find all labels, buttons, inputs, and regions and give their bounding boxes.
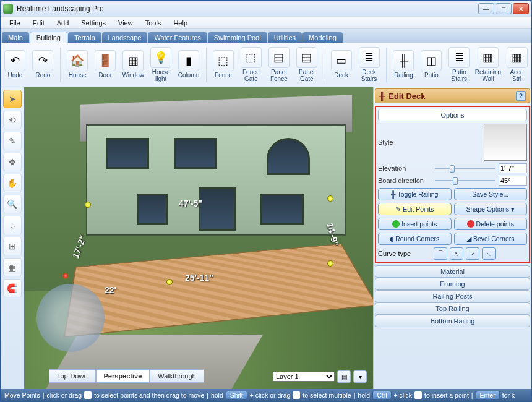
layer-select[interactable]: Layer 1 [273, 372, 335, 382]
curve-type-2[interactable]: ∿ [450, 247, 463, 260]
board-input[interactable] [499, 176, 527, 186]
tab-utilities[interactable]: Utilities [268, 32, 302, 43]
section-material[interactable]: Material [375, 265, 530, 278]
ribbon-fence-gate[interactable]: ⬚Fence Gate [239, 47, 263, 82]
tab-terrain[interactable]: Terrain [68, 32, 101, 43]
ribbon-fence[interactable]: ⬚Fence [211, 50, 235, 79]
bevel-icon: ◢ [466, 235, 471, 242]
view-tab-walkthrough[interactable]: Walkthrough [150, 369, 204, 383]
dimension-left: 17'-2" [71, 234, 88, 259]
tool-grid[interactable]: ▦ [3, 258, 22, 276]
edit-handle[interactable] [85, 202, 91, 208]
undo-icon: ↶ [4, 50, 25, 71]
minimize-button[interactable]: — [478, 3, 494, 14]
edit-handle[interactable] [327, 260, 333, 267]
tab-building[interactable]: Building [30, 32, 67, 43]
menu-add[interactable]: Add [51, 18, 75, 28]
shift-key: Shift [226, 391, 247, 400]
chevron-down-icon: ▾ [511, 205, 515, 213]
ribbon-deck[interactable]: ▭Deck [329, 50, 353, 79]
elevation-slider[interactable] [435, 164, 495, 173]
ribbon-patio[interactable]: ◫Patio [419, 50, 444, 79]
board-slider[interactable] [435, 176, 495, 185]
tab-water-features[interactable]: Water Features [148, 32, 207, 43]
edit-points-button[interactable]: ✎Edit Points [378, 203, 452, 215]
round-corners-button[interactable]: ◖Round Corners [378, 233, 452, 245]
curve-type-3[interactable]: ⟋ [466, 247, 479, 260]
ribbon: ↶Undo↷Redo🏠House🚪Door▦Window💡House light… [1, 43, 531, 87]
view-tab-top-down[interactable]: Top-Down [49, 369, 96, 383]
tool-edit[interactable]: ✎ [3, 132, 22, 150]
toggle-railing-button[interactable]: ╫Toggle Railing [378, 188, 452, 200]
edit-handle[interactable] [327, 195, 333, 202]
tab-modeling[interactable]: Modeling [302, 32, 343, 43]
ribbon-redo[interactable]: ↷Redo [31, 50, 55, 79]
view-tab-perspective[interactable]: Perspective [96, 369, 150, 383]
tool-pan[interactable]: ✋ [3, 174, 22, 192]
menu-view[interactable]: View [112, 18, 139, 28]
plus-icon [392, 220, 400, 228]
curve-type-1[interactable]: ⌒ [434, 247, 447, 260]
ribbon-acce-stri[interactable]: ▦Acce Stri [505, 47, 529, 82]
tool-move[interactable]: ✥ [3, 153, 22, 171]
dimension-top: 47'-5" [179, 199, 202, 208]
elevation-input[interactable] [499, 163, 527, 173]
app-window: Realtime Landscaping Pro — □ ✕ FileEditA… [0, 0, 532, 402]
ribbon-house[interactable]: 🏠House [66, 50, 90, 79]
ribbon-panel-fence[interactable]: ▤Panel Fence [267, 47, 291, 82]
railing-icon: ╫ [379, 92, 385, 101]
window-shape [260, 194, 304, 225]
ribbon-door[interactable]: 🚪Door [93, 50, 118, 79]
maximize-button[interactable]: □ [496, 3, 512, 14]
tab-landscape[interactable]: Landscape [102, 32, 148, 43]
section-bottom-railing[interactable]: Bottom Railing [375, 315, 530, 327]
tool-zoom[interactable]: 🔍 [3, 195, 22, 213]
curve-type-4[interactable]: ⟍ [482, 247, 496, 260]
tab-main[interactable]: Main [2, 32, 29, 43]
tool-orbit[interactable]: ⟲ [3, 111, 22, 129]
ribbon-undo[interactable]: ↶Undo [3, 50, 27, 79]
menu-edit[interactable]: Edit [27, 18, 51, 28]
tool-snap[interactable]: ⊞ [3, 237, 22, 255]
tool-magnet[interactable]: 🧲 [3, 279, 22, 297]
ribbon-panel-gate[interactable]: ▤Panel Gate [294, 47, 319, 82]
section-railing-posts[interactable]: Railing Posts [375, 290, 530, 302]
ribbon-patio-stairs[interactable]: ≣Patio Stairs [447, 47, 471, 82]
layer-filter-button[interactable]: ▤ [337, 370, 351, 383]
ribbon-house-light[interactable]: 💡House light [149, 47, 173, 82]
insert-points-button[interactable]: Insert points [378, 218, 452, 230]
menu-settings[interactable]: Settings [75, 18, 112, 28]
acce-stri-icon: ▦ [507, 47, 528, 68]
ribbon-window[interactable]: ▦Window [121, 50, 145, 79]
help-button[interactable]: ? [516, 91, 526, 101]
edit-handle[interactable] [166, 279, 173, 285]
tab-swimming-pool[interactable]: Swimming Pool [208, 32, 267, 43]
edit-handle-origin[interactable] [62, 273, 69, 279]
wall [86, 124, 346, 236]
house [86, 93, 346, 236]
ribbon-retaining-wall[interactable]: ▦Retaining Wall [475, 47, 501, 82]
shape-options-button[interactable]: Shape Options ▾ [454, 203, 528, 215]
column-icon: ▮ [178, 50, 199, 71]
save-style-button[interactable]: Save Style... [454, 188, 528, 200]
viewport-3d[interactable]: 47'-5" 17'-2" 14'-9" 25'-11" 22' Top-Dow… [24, 87, 373, 389]
panel-title: ╫ Edit Deck ? [375, 88, 530, 103]
ribbon-deck-stairs[interactable]: ≣Deck Stairs [357, 47, 381, 82]
menu-help[interactable]: Help [167, 18, 194, 28]
cursor-icon [84, 391, 92, 399]
ribbon-column[interactable]: ▮Column [177, 50, 201, 79]
section-top-railing[interactable]: Top Railing [375, 302, 530, 315]
section-framing[interactable]: Framing [375, 278, 530, 290]
tool-zoom-extents[interactable]: ⌕ [3, 216, 22, 234]
style-thumbnail[interactable] [484, 124, 527, 161]
tool-select[interactable]: ➤ [3, 90, 22, 108]
close-button[interactable]: ✕ [513, 3, 529, 14]
delete-points-button[interactable]: Delete points [454, 218, 528, 230]
bevel-corners-button[interactable]: ◢Bevel Corners [454, 233, 528, 245]
section-options[interactable]: Options [378, 109, 527, 121]
menu-file[interactable]: File [3, 18, 27, 28]
nav-disc[interactable] [36, 284, 105, 352]
menu-tools[interactable]: Tools [139, 18, 168, 28]
layer-dropdown-button[interactable]: ▾ [353, 370, 367, 383]
ribbon-railing[interactable]: ╫Railing [392, 50, 416, 79]
